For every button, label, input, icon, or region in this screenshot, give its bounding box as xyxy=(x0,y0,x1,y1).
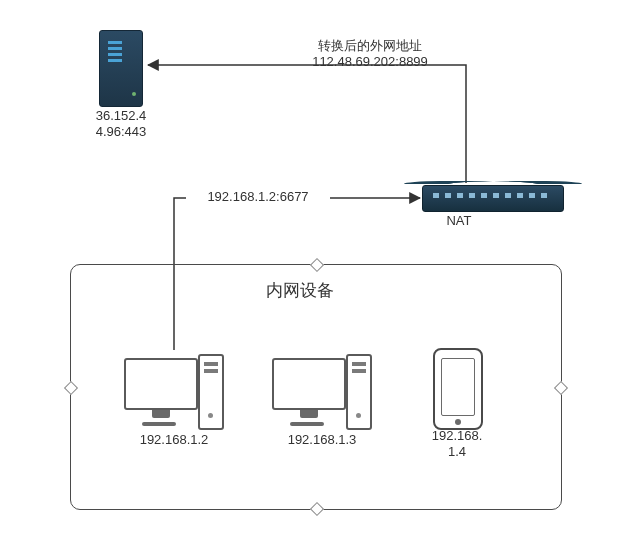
phone-icon xyxy=(433,348,483,430)
resize-handle-bottom[interactable] xyxy=(310,502,324,516)
resize-handle-right[interactable] xyxy=(554,381,568,395)
nat-label: NAT xyxy=(434,213,484,229)
pc-icon-1 xyxy=(124,354,224,426)
ext-label-l1: 转换后的外网地址 xyxy=(318,38,422,53)
resize-handle-left[interactable] xyxy=(64,381,78,395)
ext-label-l2: 112.48.69.202:8899 xyxy=(312,54,428,69)
resize-handle-top[interactable] xyxy=(310,258,324,272)
pc2-ip: 192.168.1.3 xyxy=(272,432,372,448)
lan-source-label: 192.168.1.2:6677 xyxy=(186,189,330,205)
lan-title: 内网设备 xyxy=(240,280,360,301)
server-ip-label: 36.152.4 4.96:443 xyxy=(86,108,156,141)
pc1-ip: 192.168.1.2 xyxy=(124,432,224,448)
nat-device-icon xyxy=(422,185,564,212)
external-address-label: 转换后的外网地址 112.48.69.202:8899 xyxy=(290,38,450,71)
server-ip-l1: 36.152.4 xyxy=(96,108,147,123)
phone-ip-l1: 192.168. xyxy=(432,428,483,443)
pc-icon-2 xyxy=(272,354,372,426)
phone-ip-l2: 1.4 xyxy=(448,444,466,459)
server-ip-l2: 4.96:443 xyxy=(96,124,147,139)
server-icon xyxy=(99,30,143,107)
phone-ip: 192.168. 1.4 xyxy=(417,428,497,461)
